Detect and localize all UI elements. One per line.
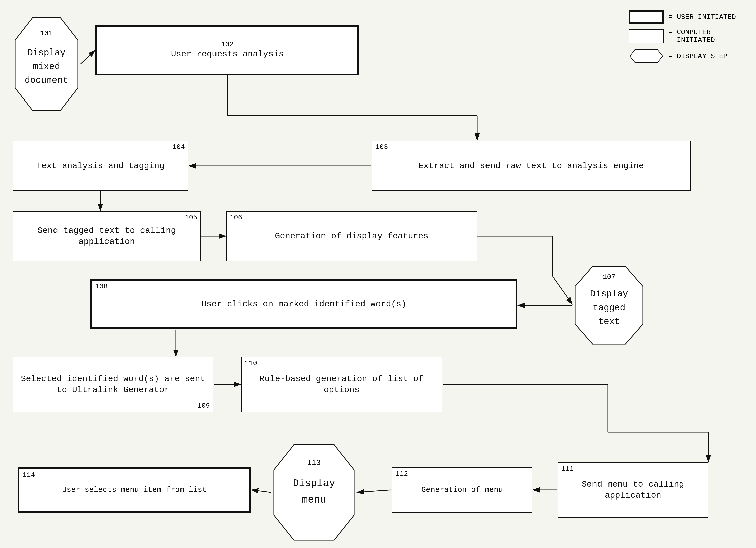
svg-text:107: 107 xyxy=(603,273,615,281)
svg-line-35 xyxy=(357,490,391,493)
step-103-text: Extract and send raw text to analysis en… xyxy=(418,160,644,171)
step-111-text: Send menu to calling application xyxy=(558,479,708,501)
svg-text:document: document xyxy=(25,75,68,86)
step-113: 113 Display menu xyxy=(271,442,357,544)
svg-text:101: 101 xyxy=(40,29,53,37)
legend-display-label: = DISPLAY STEP xyxy=(668,52,727,60)
step-105: 105 Send tagged text to calling applicat… xyxy=(13,211,201,261)
step-103: 103 Extract and send raw text to analysi… xyxy=(372,141,691,191)
step-109-text: Selected identified word(s) are sent to … xyxy=(13,371,213,398)
legend-computer-label: = COMPUTER INITIATED xyxy=(668,28,715,44)
step-104: 104 Text analysis and tagging xyxy=(13,141,188,191)
legend-display-step: = DISPLAY STEP xyxy=(629,48,736,64)
step-102: 102 User requests analysis xyxy=(95,25,359,75)
step-104-num: 104 xyxy=(172,143,185,151)
svg-text:Display: Display xyxy=(27,48,65,58)
step-108-text: User clicks on marked identified word(s) xyxy=(201,299,406,310)
svg-text:113: 113 xyxy=(307,459,321,467)
step-109-num: 109 xyxy=(197,402,210,410)
legend-user-label: = USER INITIATED xyxy=(668,13,736,21)
step-112: 112 Generation of menu xyxy=(392,467,532,513)
step-109: 109 Selected identified word(s) are sent… xyxy=(13,357,213,412)
step-108: 108 User clicks on marked identified wor… xyxy=(90,279,517,329)
svg-text:Display: Display xyxy=(293,478,335,489)
step-104-text: Text analysis and tagging xyxy=(36,160,165,171)
diagram-container: = USER INITIATED = COMPUTER INITIATED = … xyxy=(0,0,756,548)
step-114: 114 User selects menu item from list xyxy=(18,467,251,513)
step-106-num: 106 xyxy=(230,213,242,221)
step-107: 107 Display tagged text xyxy=(573,264,645,348)
svg-text:Display: Display xyxy=(590,289,628,299)
step-114-num: 114 xyxy=(22,471,35,479)
step-110: 110 Rule-based generation of list of opt… xyxy=(241,357,442,412)
svg-line-16 xyxy=(80,50,95,64)
svg-text:text: text xyxy=(598,317,620,327)
step-103-num: 103 xyxy=(375,143,388,151)
legend-user-initiated: = USER INITIATED xyxy=(629,10,736,24)
svg-marker-0 xyxy=(630,50,663,62)
step-112-text: Generation of menu xyxy=(421,485,503,495)
step-111-num: 111 xyxy=(561,465,574,473)
step-110-text: Rule-based generation of list of options xyxy=(242,373,442,396)
svg-text:tagged: tagged xyxy=(593,303,625,313)
step-105-text: Send tagged text to calling application xyxy=(13,225,200,247)
legend: = USER INITIATED = COMPUTER INITIATED = … xyxy=(629,10,736,64)
step-101: 101 Display mixed document xyxy=(13,15,80,114)
step-110-num: 110 xyxy=(245,359,257,367)
step-108-num: 108 xyxy=(95,283,108,291)
step-105-num: 105 xyxy=(185,213,197,221)
step-106-text: Generation of display features xyxy=(275,231,428,242)
legend-thick-box xyxy=(629,10,664,24)
step-102-text: User requests analysis xyxy=(171,48,284,60)
step-102-num: 102 xyxy=(221,41,234,48)
step-111: 111 Send menu to calling application xyxy=(558,462,708,518)
svg-line-36 xyxy=(252,490,271,493)
legend-computer-initiated: = COMPUTER INITIATED xyxy=(629,28,736,44)
step-106: 106 Generation of display features xyxy=(226,211,477,261)
svg-text:menu: menu xyxy=(302,494,326,506)
step-112-num: 112 xyxy=(395,470,408,478)
svg-line-25 xyxy=(553,277,572,304)
step-114-text: User selects menu item from list xyxy=(62,485,207,495)
legend-thin-box xyxy=(629,29,664,43)
legend-hex-shape xyxy=(629,48,664,64)
svg-text:mixed: mixed xyxy=(33,62,60,72)
